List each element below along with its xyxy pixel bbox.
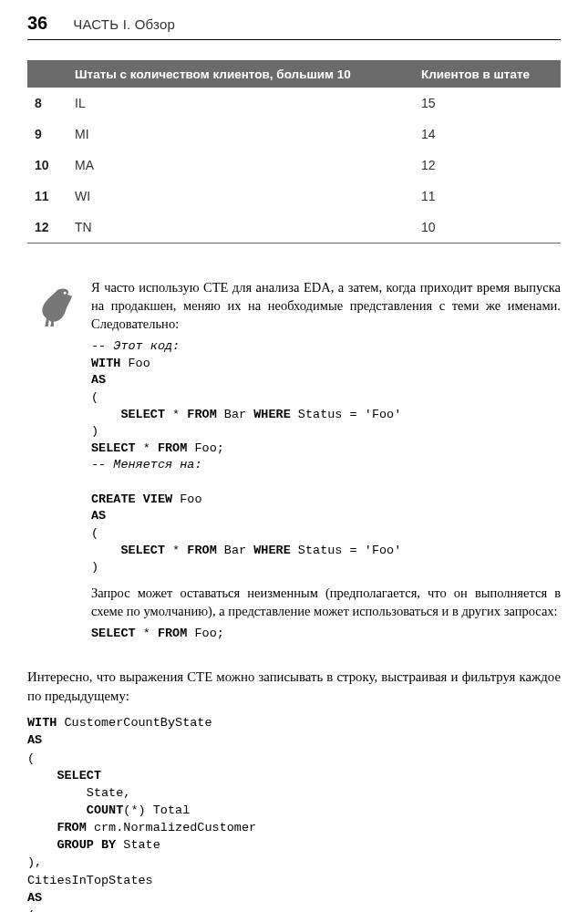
note-para-2: Запрос может оставаться неизменным (пред…: [91, 584, 561, 620]
table-row: 9 MI 14: [27, 119, 561, 150]
table-row: 12 TN 10: [27, 212, 561, 244]
states-table: Штаты с количеством клиентов, большим 10…: [27, 60, 561, 244]
cell-idx: 8: [27, 88, 67, 119]
cell-state: IL: [67, 88, 414, 119]
table-header-row: Штаты с количеством клиентов, большим 10…: [27, 61, 561, 88]
note-block: Я часто использую CTE для анализа EDA, а…: [27, 278, 561, 649]
col-state: Штаты с количеством клиентов, большим 10: [67, 61, 414, 88]
cell-state: MI: [67, 119, 414, 150]
header-rule: [27, 39, 561, 40]
cell-count: 15: [414, 88, 561, 119]
page: 36 ЧАСТЬ I. Обзор Штаты с количеством кл…: [0, 0, 588, 912]
cell-count: 10: [414, 212, 561, 244]
cell-idx: 11: [27, 181, 67, 212]
code-block-1: -- Этот код: WITH Foo AS ( SELECT * FROM…: [91, 338, 561, 576]
note-para-1: Я часто использую CTE для анализа EDA, а…: [91, 278, 561, 333]
cell-count: 12: [414, 150, 561, 181]
code-block-main: WITH CustomerCountByState AS ( SELECT St…: [27, 714, 561, 912]
part-title: ЧАСТЬ I. Обзор: [73, 16, 175, 32]
cell-idx: 10: [27, 150, 67, 181]
cell-count: 14: [414, 119, 561, 150]
cell-state: MA: [67, 150, 414, 181]
page-header: 36 ЧАСТЬ I. Обзор: [27, 13, 561, 34]
svg-point-0: [64, 292, 67, 295]
cell-count: 11: [414, 181, 561, 212]
code-block-2: SELECT * FROM Foo;: [91, 626, 561, 643]
cell-idx: 9: [27, 119, 67, 150]
crow-icon: [27, 282, 78, 337]
cell-state: WI: [67, 181, 414, 212]
note-body: Я часто использую CTE для анализа EDA, а…: [91, 278, 561, 649]
table-row: 8 IL 15: [27, 88, 561, 119]
page-number: 36: [27, 13, 47, 34]
table-row: 11 WI 11: [27, 181, 561, 212]
body-para: Интересно, что выражения CTE можно запис…: [27, 668, 561, 705]
cell-idx: 12: [27, 212, 67, 244]
col-count: Клиентов в штате: [414, 61, 561, 88]
table-row: 10 MA 12: [27, 150, 561, 181]
cell-state: TN: [67, 212, 414, 244]
col-blank: [27, 61, 67, 88]
